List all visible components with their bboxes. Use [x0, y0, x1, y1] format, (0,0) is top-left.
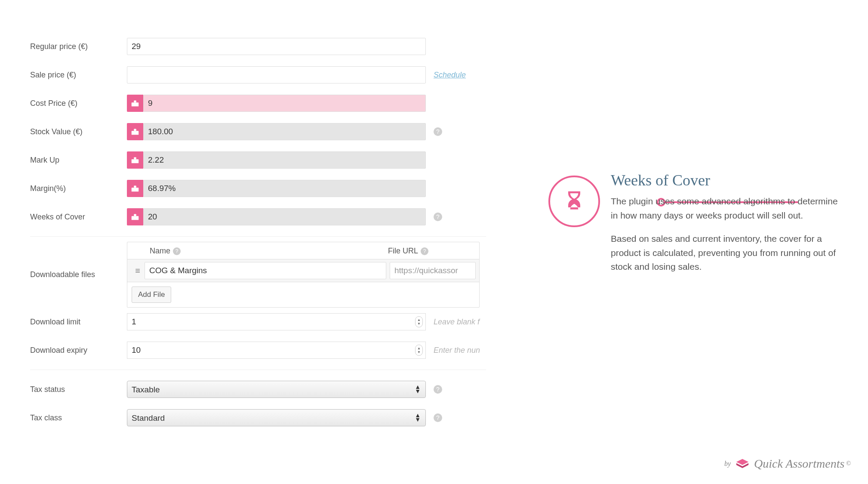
row-stock-value: Stock Value (€) ?: [30, 117, 486, 146]
row-markup: Mark Up: [30, 146, 486, 174]
label-regular-price: Regular price (€): [30, 42, 127, 51]
row-cost-price: Cost Price (€): [30, 89, 486, 117]
row-download-limit: Download limit 1 ▲▼ Leave blank f: [30, 308, 486, 336]
hourglass-icon: [562, 189, 586, 213]
brand-prefix-icon: [127, 151, 143, 169]
separator: [30, 370, 486, 370]
label-sale-price: Sale price (€): [30, 71, 127, 80]
help-icon[interactable]: ?: [434, 213, 442, 221]
separator: [30, 236, 486, 237]
product-pricing-form: Regular price (€) Sale price (€) Schedul…: [30, 32, 486, 432]
input-stock-value: [143, 123, 426, 140]
select-tax-status[interactable]: Taxable: [127, 381, 426, 398]
row-tax-status: Tax status Taxable ▲▼ ?: [30, 375, 486, 404]
svg-rect-5: [134, 157, 136, 160]
row-tax-class: Tax class Standard ▲▼ ?: [30, 404, 486, 432]
callout-p2: Based on sales and current inventory, th…: [611, 232, 843, 274]
brand-logo-icon: [735, 456, 750, 471]
schedule-link[interactable]: Schedule: [434, 71, 466, 80]
svg-rect-6: [132, 188, 139, 191]
callout-circle: [548, 176, 600, 227]
input-weeks-cover: [143, 208, 426, 225]
brand-by: by: [724, 460, 731, 468]
brand-footer: by Quick Assortments ©: [724, 456, 851, 471]
input-margin: [143, 180, 426, 197]
input-regular-price[interactable]: [127, 38, 426, 55]
brand-name: Quick Assortments: [754, 457, 844, 471]
label-download-limit: Download limit: [30, 318, 127, 327]
brand-prefix-icon: [127, 123, 143, 140]
help-icon[interactable]: ?: [173, 247, 181, 255]
select-tax-class[interactable]: Standard: [127, 409, 426, 426]
brand-prefix-icon: [127, 180, 143, 197]
row-weeks-cover: Weeks of Cover ?: [30, 203, 486, 231]
label-markup: Mark Up: [30, 156, 127, 165]
input-cost-price[interactable]: [143, 95, 426, 112]
svg-rect-9: [134, 214, 136, 216]
svg-rect-4: [132, 159, 139, 163]
svg-rect-7: [134, 186, 136, 188]
copyright-icon: ©: [846, 460, 851, 467]
table-row: ≡: [127, 259, 479, 282]
svg-rect-0: [132, 102, 139, 106]
stepper-icon[interactable]: ▲▼: [415, 316, 423, 327]
help-icon[interactable]: ?: [434, 127, 442, 136]
file-name-input[interactable]: [145, 262, 386, 279]
label-weeks-cover: Weeks of Cover: [30, 213, 127, 222]
downloadable-table: Name? File URL? ≡ Add File: [127, 242, 480, 308]
callout-p1: The plugin uses some advanced algorithms…: [611, 194, 843, 222]
brand-prefix-icon: [127, 95, 143, 112]
row-regular-price: Regular price (€): [30, 32, 486, 61]
input-download-expiry[interactable]: 10 ▲▼: [127, 342, 426, 359]
col-name-label: Name: [150, 247, 170, 255]
label-margin: Margin(%): [30, 184, 127, 193]
help-icon[interactable]: ?: [434, 413, 442, 422]
row-margin: Margin(%): [30, 174, 486, 203]
input-sale-price[interactable]: [127, 66, 426, 83]
callout-text: Weeks of Cover The plugin uses some adva…: [611, 171, 843, 284]
stepper-icon[interactable]: ▲▼: [415, 345, 423, 356]
row-downloadable: Downloadable files Name? File URL? ≡ Add…: [30, 242, 486, 308]
svg-rect-2: [132, 131, 139, 135]
label-download-expiry: Download expiry: [30, 346, 127, 355]
help-icon[interactable]: ?: [434, 385, 442, 394]
label-downloadable: Downloadable files: [30, 270, 127, 279]
hint-download-limit: Leave blank f: [434, 318, 485, 327]
svg-rect-8: [132, 216, 139, 220]
row-download-expiry: Download expiry 10 ▲▼ Enter the nun: [30, 336, 486, 364]
label-cost-price: Cost Price (€): [30, 99, 127, 108]
brand-prefix-icon: [127, 208, 143, 225]
col-url-label: File URL: [388, 247, 418, 255]
input-markup: [143, 151, 426, 169]
add-file-button[interactable]: Add File: [132, 287, 171, 303]
file-url-input[interactable]: [390, 262, 476, 279]
label-stock-value: Stock Value (€): [30, 127, 127, 136]
svg-rect-1: [134, 101, 136, 103]
svg-rect-3: [134, 129, 136, 131]
drag-handle-icon[interactable]: ≡: [131, 266, 145, 276]
download-expiry-value: 10: [132, 345, 141, 355]
hint-download-expiry: Enter the nun: [434, 346, 485, 355]
table-header: Name? File URL?: [127, 242, 479, 259]
download-limit-value: 1: [132, 317, 136, 327]
label-tax-status: Tax status: [30, 385, 127, 394]
label-tax-class: Tax class: [30, 413, 127, 422]
input-download-limit[interactable]: 1 ▲▼: [127, 313, 426, 330]
callout-title: Weeks of Cover: [611, 171, 843, 189]
row-sale-price: Sale price (€) Schedule: [30, 61, 486, 89]
help-icon[interactable]: ?: [421, 247, 428, 255]
